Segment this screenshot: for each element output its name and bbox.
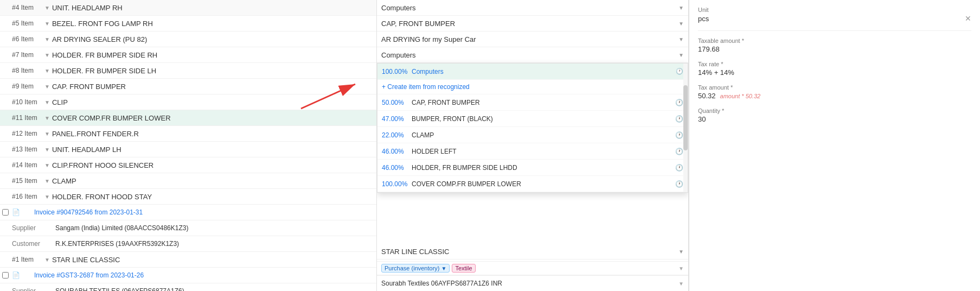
row-item-name: CLAMP — [52, 177, 374, 185]
supplier-bottom-row: Sourabh Textiles 06AYFPS6877A1Z6 INR ▼ — [377, 275, 688, 291]
row-item-name: BEZEL. FRONT FOG LAMP RH — [52, 20, 374, 28]
table-row[interactable]: #4 Item ▼ UNIT. HEADLAMP RH — [0, 0, 376, 16]
supplier-bottom-dropdown[interactable]: ▼ — [678, 281, 684, 287]
category-dropdown-icon[interactable]: ▼ — [678, 36, 684, 42]
table-row[interactable]: #13 Item ▼ UNIT. HEADLAMP LH — [0, 142, 376, 157]
table-row[interactable]: #9 Item ▼ CAP. FRONT BUMPER — [0, 79, 376, 94]
invoice-label-2: Invoice #GST3-2687 from 2023-01-26 — [34, 271, 144, 279]
row-num: #5 Item — [12, 20, 44, 27]
dropdown-item[interactable]: 22.00% CLAMP 🕐 — [377, 127, 688, 143]
category-dropdown-icon[interactable]: ▼ — [678, 249, 684, 255]
row-dropdown-icon[interactable]: ▼ — [44, 115, 50, 121]
tax-rate-value[interactable]: 14% + 14% — [698, 68, 971, 77]
category-row[interactable]: CAP, FRONT BUMPER ▼ — [377, 16, 688, 31]
invoice-header-2[interactable]: 📄 Invoice #GST3-2687 from 2023-01-26 — [0, 268, 376, 283]
dropdown-item-name: HOLDER, FR BUMPER SIDE LHDD — [412, 164, 673, 172]
table-row[interactable]: #5 Item ▼ BEZEL. FRONT FOG LAMP RH — [0, 16, 376, 31]
dropdown-create-item[interactable]: + Create item from recognized — [377, 80, 688, 94]
row-item-name: UNIT. HEADLAMP LH — [52, 146, 374, 154]
row-item-name: CAP. FRONT BUMPER — [52, 83, 374, 91]
customer-label: Customer — [12, 240, 55, 248]
table-row[interactable]: #16 Item ▼ HOLDER. FRONT HOOD STAY — [0, 189, 376, 205]
row-num: #12 Item — [12, 130, 44, 137]
table-row[interactable]: #1 Item ▼ STAR LINE CLASSIC — [0, 252, 376, 268]
tags-row: Purchase (inventory) ▼ Textile ▼ — [377, 261, 688, 275]
clock-icon: 🕐 — [675, 164, 683, 172]
category-row[interactable]: AR DRYING for my Super Car ▼ — [377, 31, 688, 47]
row-dropdown-icon[interactable]: ▼ — [44, 36, 50, 42]
row-item-name: COVER COMP.FR BUMPER LOWER — [52, 114, 374, 122]
supplier-row-2: Supplier SOURABH TEXTILES (06AYFPS6877A1… — [0, 283, 376, 291]
category-dropdown-icon[interactable]: ▼ — [678, 52, 684, 58]
dropdown-item-computers-top[interactable]: 100.00% Computers 🕐 — [377, 64, 688, 80]
category-dropdown-icon[interactable]: ▼ — [678, 5, 684, 11]
invoice-header[interactable]: 📄 Invoice #904792546 from 2023-01-31 — [0, 205, 376, 220]
table-row[interactable]: #6 Item ▼ AR DRYING SEALER (PU 82) — [0, 31, 376, 47]
category-row[interactable]: Computers ▼ — [377, 0, 688, 16]
category-dropdown-overlay: 100.00% Computers 🕐 + Create item from r… — [377, 63, 688, 193]
dropdown-item[interactable]: 100.00% COVER COMP.FR BUMPER LOWER 🕐 — [377, 176, 688, 192]
row-num: #6 Item — [12, 35, 44, 43]
tax-amount-value[interactable]: 50.32 — [698, 92, 716, 100]
unit-prop: Unit pcs ✕ — [698, 7, 971, 23]
category-row[interactable]: Computers ▼ — [377, 47, 688, 63]
invoice-checkbox-2[interactable] — [2, 272, 9, 279]
scrollbar-track[interactable] — [683, 64, 688, 192]
table-row[interactable]: #7 Item ▼ HOLDER. FR BUMPER SIDE RH — [0, 47, 376, 63]
row-num: #14 Item — [12, 161, 44, 169]
row-item-name: CLIP — [52, 98, 374, 106]
row-dropdown-icon[interactable]: ▼ — [44, 194, 50, 200]
row-num: #7 Item — [12, 51, 44, 59]
clock-icon: 🕐 — [676, 68, 683, 75]
dropdown-match-pct: 50.00% — [382, 99, 412, 106]
row-num: #9 Item — [12, 83, 44, 90]
table-row[interactable]: #8 Item ▼ HOLDER. FR BUMPER SIDE LH — [0, 63, 376, 79]
row-dropdown-icon[interactable]: ▼ — [44, 84, 50, 90]
dropdown-item-name: Computers — [412, 68, 674, 75]
row-dropdown-icon[interactable]: ▼ — [44, 147, 50, 153]
invoice-checkbox[interactable] — [2, 209, 9, 216]
row-dropdown-icon[interactable]: ▼ — [44, 68, 50, 74]
row-dropdown-icon[interactable]: ▼ — [44, 5, 50, 11]
row-dropdown-icon[interactable]: ▼ — [44, 257, 50, 263]
dropdown-item-name: CAP, FRONT BUMPER — [412, 99, 673, 106]
unit-label: Unit — [698, 7, 971, 13]
properties-panel: Unit pcs ✕ Taxable amount * 179.68 Tax r… — [689, 0, 980, 291]
row-item-name: STAR LINE CLASSIC — [52, 256, 374, 264]
dropdown-match-pct: 100.00% — [382, 68, 412, 75]
textile-tag[interactable]: Textile — [452, 264, 475, 273]
row-dropdown-icon[interactable]: ▼ — [44, 131, 50, 137]
quantity-value[interactable]: 30 — [698, 115, 971, 123]
dropdown-item[interactable]: 47.00% BUMPER, FRONT (BLACK) 🕐 — [377, 111, 688, 127]
dropdown-item-name: BUMPER, FRONT (BLACK) — [412, 115, 673, 123]
tags-dropdown-icon[interactable]: ▼ — [678, 265, 684, 271]
row-dropdown-icon[interactable]: ▼ — [44, 52, 50, 58]
table-row[interactable]: #14 Item ▼ CLIP.FRONT HOOO SILENCER — [0, 157, 376, 173]
star-line-row[interactable]: STAR LINE CLASSIC ▼ — [377, 244, 688, 260]
row-dropdown-icon[interactable]: ▼ — [44, 99, 50, 105]
unit-clear-button[interactable]: ✕ — [965, 14, 971, 23]
category-text: Computers — [381, 4, 416, 12]
tax-amount-label: Tax amount * — [698, 84, 971, 91]
dropdown-item[interactable]: 50.00% CAP, FRONT BUMPER 🕐 — [377, 94, 688, 111]
table-row[interactable]: #15 Item ▼ CLAMP — [0, 173, 376, 189]
row-num: #8 Item — [12, 67, 44, 74]
category-dropdown-icon[interactable]: ▼ — [678, 21, 684, 27]
table-row[interactable]: #12 Item ▼ PANEL.FRONT FENDER.R — [0, 126, 376, 142]
category-row[interactable]: STAR LINE CLASSIC ▼ — [377, 244, 688, 260]
row-item-name: HOLDER. FR BUMPER SIDE RH — [52, 51, 374, 59]
tax-amount-prop: Tax amount * 50.32 amount * 50.32 — [698, 84, 971, 100]
scrollbar-thumb[interactable] — [683, 85, 688, 150]
dropdown-item[interactable]: 46.00% HOLDER LEFT 🕐 — [377, 143, 688, 160]
row-dropdown-icon[interactable]: ▼ — [44, 178, 50, 184]
row-dropdown-icon[interactable]: ▼ — [44, 162, 50, 168]
row-dropdown-icon[interactable]: ▼ — [44, 21, 50, 27]
table-row-highlighted[interactable]: #11 Item ▼ COVER COMP.FR BUMPER LOWER — [0, 110, 376, 126]
table-row[interactable]: #10 Item ▼ CLIP — [0, 94, 376, 110]
customer-row: Customer R.K.ENTERPRISES (19AAXFR5392K1Z… — [0, 236, 376, 252]
dropdown-item[interactable]: 46.00% HOLDER, FR BUMPER SIDE LHDD 🕐 — [377, 160, 688, 176]
purchase-tag[interactable]: Purchase (inventory) ▼ — [381, 264, 450, 273]
taxable-amount-value[interactable]: 179.68 — [698, 45, 971, 53]
purchase-tag-close[interactable]: ▼ — [441, 265, 447, 271]
row-item-name: UNIT. HEADLAMP RH — [52, 4, 374, 12]
